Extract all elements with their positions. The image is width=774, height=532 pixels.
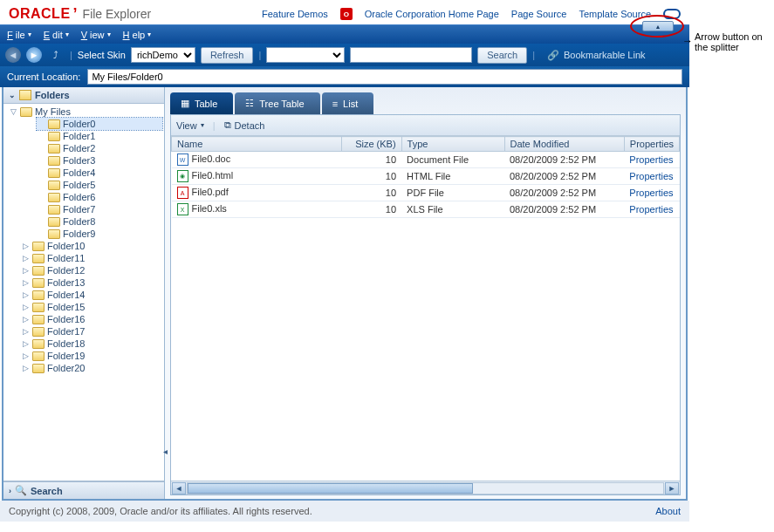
horizontal-scrollbar[interactable]: ◄ ►: [171, 481, 680, 494]
search-icon: 🔍: [15, 485, 27, 496]
link-feature-demos[interactable]: Feature Demos: [262, 9, 328, 19]
tree-node-folder17[interactable]: ▷Folder17: [21, 325, 162, 338]
folder-icon: [32, 351, 45, 361]
nav-up-button[interactable]: ⤴: [47, 47, 65, 63]
scroll-left-arrow[interactable]: ◄: [172, 482, 186, 494]
table-row[interactable]: AFile0.pdf10PDF File08/20/2009 2:52 PMPr…: [172, 185, 680, 201]
properties-link[interactable]: Properties: [629, 204, 673, 215]
col-size-kb-[interactable]: Size (KB): [341, 137, 401, 152]
search-panel-header[interactable]: › 🔍 Search: [3, 481, 164, 499]
tree-node-folder5[interactable]: Folder5: [37, 179, 162, 191]
tree-node-folder3[interactable]: Folder3: [37, 154, 162, 167]
file-date: 08/20/2009 2:52 PM: [504, 201, 624, 218]
tree-node-folder12[interactable]: ▷Folder12: [21, 264, 162, 276]
menu-file[interactable]: File ▾: [7, 30, 31, 40]
tab-list[interactable]: ≡ List: [322, 92, 374, 114]
tree-node-folder4[interactable]: Folder4: [37, 167, 162, 179]
tree-node-folder10[interactable]: ▷Folder10: [21, 240, 162, 252]
chevron-down-icon: ▾: [147, 31, 151, 38]
folder-icon: [48, 193, 60, 202]
scroll-thumb[interactable]: [188, 483, 473, 494]
properties-link[interactable]: Properties: [629, 171, 673, 181]
tab-table[interactable]: ▦ Table: [170, 92, 233, 114]
select-skin-label: Select Skin: [78, 50, 126, 60]
folder-icon: [48, 144, 60, 153]
tree-node-folder13[interactable]: ▷Folder13: [21, 276, 162, 289]
app-title: File Explorer: [83, 7, 152, 21]
search-type-select[interactable]: [266, 47, 345, 63]
file-name: File0.html: [192, 170, 234, 181]
table-row[interactable]: WFile0.doc10Document File08/20/2009 2:52…: [172, 152, 680, 168]
location-bar: Current Location:: [0, 66, 689, 87]
nav-forward-button[interactable]: ►: [26, 47, 42, 63]
file-icon: X: [177, 203, 188, 215]
menu-view[interactable]: View ▾: [81, 30, 111, 40]
tree-node-folder9[interactable]: Folder9: [37, 228, 162, 240]
search-title: Search: [31, 486, 63, 496]
link-template-source[interactable]: Template Source: [579, 9, 651, 19]
tree-node-folder14[interactable]: ▷Folder14: [21, 289, 162, 301]
tree-node-folder16[interactable]: ▷Folder16: [21, 313, 162, 325]
search-input[interactable]: [350, 47, 472, 63]
file-size: 10: [341, 152, 401, 168]
table-row[interactable]: XFile0.xls10XLS File08/20/2009 2:52 PMPr…: [172, 201, 680, 218]
tree-node-folder18[interactable]: ▷Folder18: [21, 338, 162, 350]
chevron-down-icon: ▾: [107, 31, 111, 38]
properties-link[interactable]: Properties: [629, 188, 673, 198]
chevron-down-icon: ▾: [28, 31, 31, 38]
tree-node-folder0[interactable]: Folder0: [37, 118, 162, 130]
search-button[interactable]: Search: [477, 47, 527, 64]
folder-icon: [32, 242, 45, 251]
location-input[interactable]: [87, 69, 682, 85]
file-icon: ◉: [177, 170, 188, 182]
sidebar-collapse-handle[interactable]: ◂: [161, 438, 169, 464]
tree-node-folder11[interactable]: ▷Folder11: [21, 252, 162, 264]
file-date: 08/20/2009 2:52 PM: [504, 152, 624, 168]
table-row[interactable]: ◉File0.html10HTML File08/20/2009 2:52 PM…: [172, 168, 680, 185]
bookmarkable-link[interactable]: 🔗 Bookmarkable Link: [547, 50, 646, 61]
menu-edit[interactable]: Edit ▾: [44, 30, 69, 40]
detach-icon: ⧉: [224, 119, 231, 131]
scroll-track[interactable]: [187, 482, 664, 494]
link-page-source[interactable]: Page Source: [511, 9, 567, 19]
tree-node-folder15[interactable]: ▷Folder15: [21, 301, 162, 313]
refresh-button[interactable]: Refresh: [201, 47, 254, 64]
tab-tree-table[interactable]: ☷ Tree Table: [235, 92, 319, 114]
folder-icon: [48, 168, 60, 178]
file-icon: A: [177, 187, 188, 199]
tree-node-folder1[interactable]: Folder1: [37, 130, 162, 142]
detach-button[interactable]: ⧉ Detach: [224, 119, 265, 131]
splitter-arrow-button[interactable]: ▲: [642, 21, 674, 31]
skin-select[interactable]: richDemo: [131, 47, 195, 63]
tree-node-folder8[interactable]: Folder8: [37, 215, 162, 228]
about-link[interactable]: About: [655, 506, 681, 516]
col-name[interactable]: Name: [172, 137, 342, 152]
tree-node-folder20[interactable]: ▷Folder20: [21, 362, 162, 374]
folder-tree[interactable]: ▽My FilesFolder0Folder1Folder2Folder3Fol…: [3, 104, 164, 481]
properties-link[interactable]: Properties: [629, 154, 673, 165]
header: ORACLE’ File Explorer Feature Demos O Or…: [0, 0, 689, 24]
folders-title: Folders: [35, 90, 70, 100]
tree-node-folder7[interactable]: Folder7: [37, 203, 162, 215]
annotation-arrow-icon: →: [682, 35, 693, 47]
col-properties[interactable]: Properties: [624, 137, 679, 152]
link-oracle-home[interactable]: Oracle Corporation Home Page: [365, 9, 499, 19]
file-size: 10: [341, 168, 401, 185]
menu-help[interactable]: Help ▾: [123, 30, 152, 40]
file-name: File0.pdf: [192, 187, 229, 197]
folder-icon: [32, 339, 45, 349]
folder-icon: [48, 205, 60, 215]
folders-panel-header[interactable]: ⌄ Folders: [3, 87, 164, 104]
col-date-modified[interactable]: Date Modified: [504, 137, 624, 152]
brand-dot: ’: [73, 5, 78, 24]
tree-node-folder2[interactable]: Folder2: [37, 142, 162, 154]
col-type[interactable]: Type: [401, 137, 504, 152]
view-menu[interactable]: View ▾: [176, 120, 204, 131]
tree-node-folder6[interactable]: Folder6: [37, 191, 162, 203]
nav-back-button[interactable]: ◄: [5, 47, 21, 63]
detach-label: Detach: [235, 120, 265, 131]
scroll-right-arrow[interactable]: ►: [665, 482, 679, 494]
tree-node-folder19[interactable]: ▷Folder19: [21, 350, 162, 362]
tree-root[interactable]: ▽My Files: [9, 106, 162, 118]
view-menu-label: View: [176, 120, 197, 131]
